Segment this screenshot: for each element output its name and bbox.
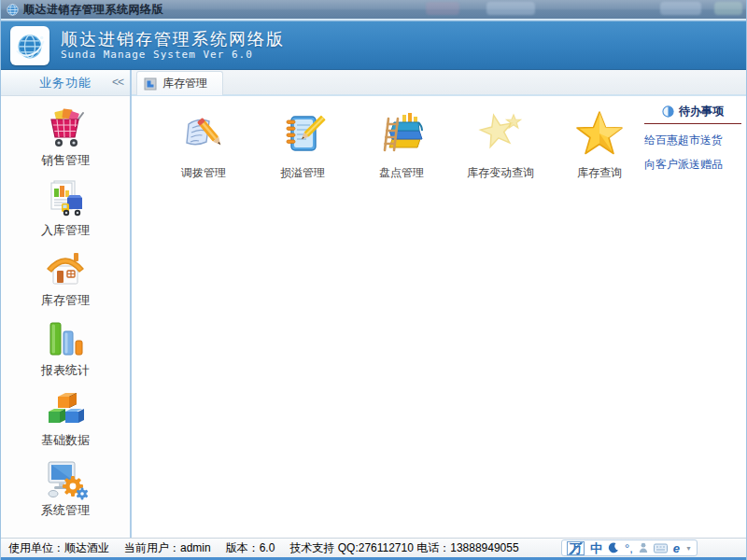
sidebar-menu: 销售管理 — [1, 96, 130, 538]
todo-link-delivery[interactable]: 给百惠超市送货 — [644, 133, 741, 148]
bar-chart-icon — [43, 314, 88, 360]
status-support: 技术支持 QQ:276112710 电话：13888949055 — [289, 540, 518, 556]
status-version: 版本：6.0 — [226, 540, 275, 556]
window-title: 顺达进销存管理系统网络版 — [23, 2, 163, 18]
sidebar-item-label: 库存管理 — [41, 292, 90, 309]
document-pencil-icon — [179, 107, 228, 160]
globe-logo-icon — [14, 30, 46, 62]
keyboard-icon[interactable] — [654, 543, 668, 553]
todo-header: 待办事项 — [644, 104, 741, 124]
sidebar-collapse-button[interactable]: << — [112, 76, 123, 89]
feature-label: 盘点管理 — [379, 165, 424, 181]
titlebar-gloss — [486, 2, 535, 15]
ime-language-button[interactable]: 中 — [590, 542, 602, 554]
window-icon — [144, 77, 157, 91]
faded-stars-icon — [476, 107, 525, 160]
globe-icon — [7, 4, 19, 16]
blocks-icon — [43, 384, 88, 430]
content-panel: 调拨管理 — [132, 96, 746, 538]
todo-link-gifts[interactable]: 向客户派送赠品 — [644, 157, 741, 173]
status-company: 使用单位：顺达酒业 — [8, 540, 109, 556]
sidebar-item-inbound[interactable]: 入库管理 — [1, 171, 130, 241]
ime-toolbar: 万 中 °, e ▼ — [561, 539, 698, 556]
sidebar-item-inventory[interactable]: 库存管理 — [1, 241, 130, 311]
status-info: 使用单位：顺达酒业 当前用户：admin 版本：6.0 技术支持 QQ:2761… — [8, 540, 519, 556]
pie-chart-icon — [662, 105, 674, 118]
app-logo — [10, 26, 49, 65]
feature-inventory-query[interactable]: 库存查询 — [550, 107, 649, 181]
todo-title: 待办事项 — [679, 104, 724, 119]
feature-stocktaking-management[interactable]: 盘点管理 — [352, 107, 451, 181]
titlebar-gloss — [660, 2, 701, 15]
monitor-gears-icon — [43, 454, 88, 500]
sidebar-item-label: 销售管理 — [41, 152, 90, 169]
feature-inventory-change-query[interactable]: 库存变动查询 — [451, 107, 550, 181]
tab-inventory-management[interactable]: 库存管理 — [136, 71, 223, 95]
notebook-pencil-icon — [278, 107, 327, 160]
sidebar-item-reports[interactable]: 报表统计 — [1, 311, 130, 381]
sidebar-header: 业务功能 << — [1, 70, 130, 96]
main-area: 库存管理 — [132, 70, 746, 538]
status-bar: 使用单位：顺达酒业 当前用户：admin 版本：6.0 技术支持 QQ:2761… — [1, 538, 746, 560]
documents-truck-icon — [43, 174, 88, 220]
feature-label: 库存查询 — [577, 165, 622, 181]
sidebar-item-basedata[interactable]: 基础数据 — [1, 381, 130, 451]
status-user: 当前用户：admin — [124, 540, 211, 556]
sidebar-item-label: 系统管理 — [41, 502, 90, 519]
app-header: 顺达进销存管理系统网络版 Sunda Manage System Ver 6.0 — [1, 21, 746, 70]
titlebar: 顺达进销存管理系统网络版 — [1, 0, 746, 19]
feature-label: 调拨管理 — [181, 165, 226, 181]
shopping-cart-icon — [43, 104, 88, 150]
ime-input-method-button[interactable]: 万 — [567, 541, 585, 555]
app-subtitle: Sunda Manage System Ver 6.0 — [61, 49, 285, 62]
tab-label: 库存管理 — [162, 76, 207, 91]
tab-bar: 库存管理 — [132, 70, 746, 96]
todo-panel: 待办事项 给百惠超市送货 向客户派送赠品 — [644, 104, 741, 173]
titlebar-gloss — [714, 2, 742, 15]
ime-punctuation-button[interactable]: °, — [625, 542, 633, 554]
sidebar-item-label: 报表统计 — [41, 362, 90, 379]
feature-label: 损溢管理 — [280, 165, 325, 181]
sidebar: 业务功能 << — [1, 70, 132, 538]
sidebar-title: 业务功能 — [39, 75, 92, 91]
feature-transfer-management[interactable]: 调拨管理 — [154, 107, 253, 181]
sidebar-item-system[interactable]: 系统管理 — [1, 451, 130, 521]
titlebar-gloss — [426, 2, 459, 15]
person-icon[interactable] — [639, 542, 648, 553]
feature-label: 库存变动查询 — [467, 165, 534, 181]
sidebar-item-label: 基础数据 — [41, 432, 90, 449]
sidebar-item-label: 入库管理 — [41, 222, 90, 239]
app-window: 顺达进销存管理系统网络版 顺达进销存管理系统网络版 Sunda Manage S… — [0, 0, 747, 560]
ime-tools-button[interactable]: e — [673, 542, 680, 554]
star-icon — [574, 107, 625, 160]
app-title: 顺达进销存管理系统网络版 — [61, 30, 285, 49]
crescent-moon-icon[interactable] — [608, 542, 619, 553]
feature-loss-overflow-management[interactable]: 损溢管理 — [253, 107, 352, 181]
chevron-down-icon[interactable]: ▼ — [685, 545, 692, 552]
sidebar-item-sales[interactable]: 销售管理 — [1, 101, 130, 171]
books-ladder-icon — [377, 107, 426, 160]
house-icon — [43, 244, 88, 290]
